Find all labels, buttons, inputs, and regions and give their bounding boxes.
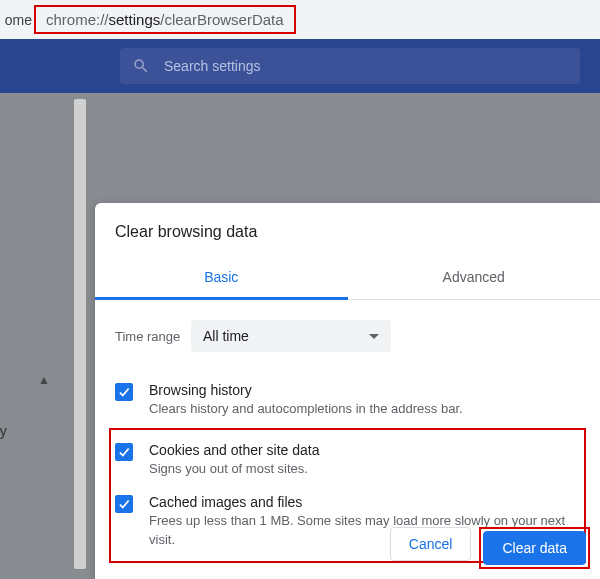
search-icon — [132, 57, 150, 75]
dialog-footer: Cancel Clear data — [390, 527, 590, 569]
url-prefix: chrome:// — [46, 11, 109, 28]
content-backdrop: ▲ ▲ rity Clear browsing data Basic Advan… — [0, 93, 600, 579]
sidebar-item-security[interactable]: rity — [0, 423, 7, 439]
time-range-label: Time range — [115, 329, 191, 344]
option-title: Cookies and other site data — [149, 442, 580, 458]
url-field[interactable]: chrome://settings/clearBrowserData — [34, 5, 296, 34]
dialog-body: Time range All time Browsing history Cle… — [95, 300, 600, 563]
option-desc: Signs you out of most sites. — [149, 460, 580, 478]
option-desc: Clears history and autocompletions in th… — [149, 400, 580, 418]
dialog-title: Clear browsing data — [95, 223, 600, 259]
time-range-row: Time range All time — [115, 320, 580, 352]
settings-header — [0, 39, 600, 93]
checkbox-cookies[interactable] — [115, 443, 133, 461]
checkbox-browsing-history[interactable] — [115, 383, 133, 401]
option-browsing-history: Browsing history Clears history and auto… — [115, 374, 580, 426]
highlight-box: Clear data — [479, 527, 590, 569]
clear-data-button[interactable]: Clear data — [483, 531, 586, 565]
clear-browsing-data-dialog: Clear browsing data Basic Advanced Time … — [95, 203, 600, 579]
address-bar: ome chrome://settings/clearBrowserData — [0, 0, 600, 39]
option-title: Browsing history — [149, 382, 580, 398]
tab-advanced[interactable]: Advanced — [348, 259, 601, 299]
checkbox-cache[interactable] — [115, 495, 133, 513]
tab-basic[interactable]: Basic — [95, 259, 348, 300]
search-settings-field[interactable] — [120, 48, 580, 84]
search-input[interactable] — [164, 58, 568, 74]
url-path: /clearBrowserData — [160, 11, 283, 28]
chevron-down-icon — [369, 334, 379, 339]
time-range-value: All time — [203, 328, 249, 344]
chevron-up-icon[interactable]: ▲ — [30, 373, 58, 395]
time-range-select[interactable]: All time — [191, 320, 391, 352]
scrollbar[interactable] — [74, 99, 86, 569]
home-button-label[interactable]: ome — [0, 12, 32, 28]
cancel-button[interactable]: Cancel — [390, 527, 472, 561]
option-cookies: Cookies and other site data Signs you ou… — [115, 434, 580, 486]
url-host: settings — [109, 11, 161, 28]
option-title: Cached images and files — [149, 494, 580, 510]
dialog-tabs: Basic Advanced — [95, 259, 600, 300]
